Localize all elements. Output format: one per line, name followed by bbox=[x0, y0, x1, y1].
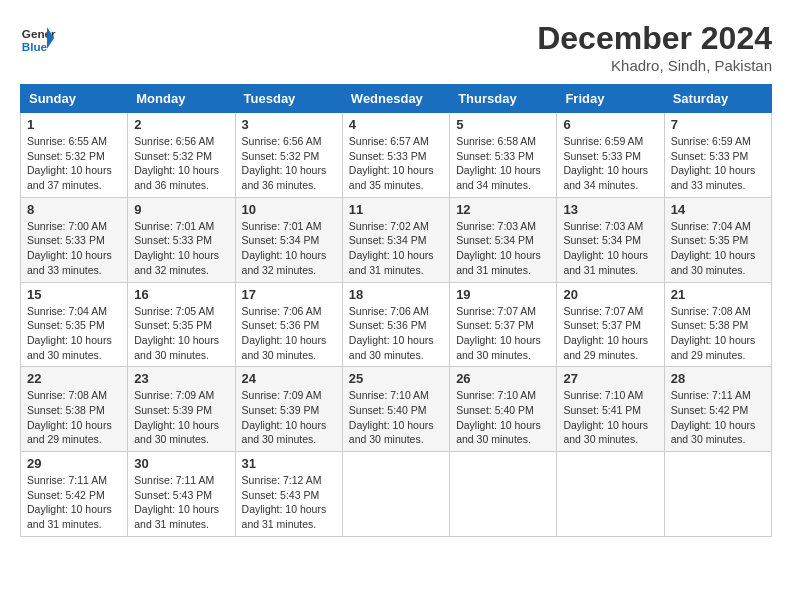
title-block: December 2024 Khadro, Sindh, Pakistan bbox=[537, 20, 772, 74]
day-info: Sunrise: 6:59 AM Sunset: 5:33 PM Dayligh… bbox=[563, 134, 657, 193]
header-tuesday: Tuesday bbox=[235, 85, 342, 113]
calendar-cell bbox=[664, 452, 771, 537]
calendar-cell: 30 Sunrise: 7:11 AM Sunset: 5:43 PM Dayl… bbox=[128, 452, 235, 537]
header-sunday: Sunday bbox=[21, 85, 128, 113]
calendar-cell: 21 Sunrise: 7:08 AM Sunset: 5:38 PM Dayl… bbox=[664, 282, 771, 367]
day-info: Sunrise: 7:04 AM Sunset: 5:35 PM Dayligh… bbox=[27, 304, 121, 363]
day-number: 8 bbox=[27, 202, 121, 217]
location: Khadro, Sindh, Pakistan bbox=[537, 57, 772, 74]
day-number: 3 bbox=[242, 117, 336, 132]
day-info: Sunrise: 7:00 AM Sunset: 5:33 PM Dayligh… bbox=[27, 219, 121, 278]
week-row-2: 8 Sunrise: 7:00 AM Sunset: 5:33 PM Dayli… bbox=[21, 197, 772, 282]
day-number: 15 bbox=[27, 287, 121, 302]
day-number: 13 bbox=[563, 202, 657, 217]
day-number: 14 bbox=[671, 202, 765, 217]
day-info: Sunrise: 7:04 AM Sunset: 5:35 PM Dayligh… bbox=[671, 219, 765, 278]
calendar-cell: 11 Sunrise: 7:02 AM Sunset: 5:34 PM Dayl… bbox=[342, 197, 449, 282]
day-number: 26 bbox=[456, 371, 550, 386]
day-info: Sunrise: 7:10 AM Sunset: 5:40 PM Dayligh… bbox=[456, 388, 550, 447]
calendar-cell bbox=[342, 452, 449, 537]
week-row-3: 15 Sunrise: 7:04 AM Sunset: 5:35 PM Dayl… bbox=[21, 282, 772, 367]
day-number: 11 bbox=[349, 202, 443, 217]
logo-icon: General Blue bbox=[20, 20, 56, 56]
day-number: 9 bbox=[134, 202, 228, 217]
calendar-cell: 3 Sunrise: 6:56 AM Sunset: 5:32 PM Dayli… bbox=[235, 113, 342, 198]
day-info: Sunrise: 7:05 AM Sunset: 5:35 PM Dayligh… bbox=[134, 304, 228, 363]
day-info: Sunrise: 6:57 AM Sunset: 5:33 PM Dayligh… bbox=[349, 134, 443, 193]
calendar-cell: 18 Sunrise: 7:06 AM Sunset: 5:36 PM Dayl… bbox=[342, 282, 449, 367]
weekday-header-row: Sunday Monday Tuesday Wednesday Thursday… bbox=[21, 85, 772, 113]
calendar-cell: 29 Sunrise: 7:11 AM Sunset: 5:42 PM Dayl… bbox=[21, 452, 128, 537]
day-number: 24 bbox=[242, 371, 336, 386]
header-monday: Monday bbox=[128, 85, 235, 113]
week-row-5: 29 Sunrise: 7:11 AM Sunset: 5:42 PM Dayl… bbox=[21, 452, 772, 537]
calendar-cell: 31 Sunrise: 7:12 AM Sunset: 5:43 PM Dayl… bbox=[235, 452, 342, 537]
day-number: 19 bbox=[456, 287, 550, 302]
day-info: Sunrise: 6:58 AM Sunset: 5:33 PM Dayligh… bbox=[456, 134, 550, 193]
day-info: Sunrise: 7:02 AM Sunset: 5:34 PM Dayligh… bbox=[349, 219, 443, 278]
day-info: Sunrise: 7:06 AM Sunset: 5:36 PM Dayligh… bbox=[242, 304, 336, 363]
day-number: 23 bbox=[134, 371, 228, 386]
day-number: 27 bbox=[563, 371, 657, 386]
calendar-cell: 22 Sunrise: 7:08 AM Sunset: 5:38 PM Dayl… bbox=[21, 367, 128, 452]
calendar-cell bbox=[450, 452, 557, 537]
day-info: Sunrise: 7:08 AM Sunset: 5:38 PM Dayligh… bbox=[671, 304, 765, 363]
calendar-cell: 13 Sunrise: 7:03 AM Sunset: 5:34 PM Dayl… bbox=[557, 197, 664, 282]
calendar-cell bbox=[557, 452, 664, 537]
day-info: Sunrise: 7:12 AM Sunset: 5:43 PM Dayligh… bbox=[242, 473, 336, 532]
calendar-cell: 17 Sunrise: 7:06 AM Sunset: 5:36 PM Dayl… bbox=[235, 282, 342, 367]
day-info: Sunrise: 7:09 AM Sunset: 5:39 PM Dayligh… bbox=[134, 388, 228, 447]
calendar-cell: 23 Sunrise: 7:09 AM Sunset: 5:39 PM Dayl… bbox=[128, 367, 235, 452]
calendar-cell: 6 Sunrise: 6:59 AM Sunset: 5:33 PM Dayli… bbox=[557, 113, 664, 198]
day-number: 4 bbox=[349, 117, 443, 132]
day-info: Sunrise: 7:09 AM Sunset: 5:39 PM Dayligh… bbox=[242, 388, 336, 447]
day-info: Sunrise: 7:07 AM Sunset: 5:37 PM Dayligh… bbox=[563, 304, 657, 363]
day-number: 29 bbox=[27, 456, 121, 471]
calendar-cell: 20 Sunrise: 7:07 AM Sunset: 5:37 PM Dayl… bbox=[557, 282, 664, 367]
calendar-cell: 28 Sunrise: 7:11 AM Sunset: 5:42 PM Dayl… bbox=[664, 367, 771, 452]
day-number: 2 bbox=[134, 117, 228, 132]
day-number: 6 bbox=[563, 117, 657, 132]
logo: General Blue bbox=[20, 20, 56, 56]
calendar-cell: 16 Sunrise: 7:05 AM Sunset: 5:35 PM Dayl… bbox=[128, 282, 235, 367]
page-header: General Blue December 2024 Khadro, Sindh… bbox=[20, 20, 772, 74]
header-saturday: Saturday bbox=[664, 85, 771, 113]
day-info: Sunrise: 7:01 AM Sunset: 5:34 PM Dayligh… bbox=[242, 219, 336, 278]
day-info: Sunrise: 6:56 AM Sunset: 5:32 PM Dayligh… bbox=[134, 134, 228, 193]
day-info: Sunrise: 7:10 AM Sunset: 5:41 PM Dayligh… bbox=[563, 388, 657, 447]
calendar-cell: 27 Sunrise: 7:10 AM Sunset: 5:41 PM Dayl… bbox=[557, 367, 664, 452]
day-number: 17 bbox=[242, 287, 336, 302]
day-info: Sunrise: 7:07 AM Sunset: 5:37 PM Dayligh… bbox=[456, 304, 550, 363]
header-wednesday: Wednesday bbox=[342, 85, 449, 113]
calendar-cell: 8 Sunrise: 7:00 AM Sunset: 5:33 PM Dayli… bbox=[21, 197, 128, 282]
day-info: Sunrise: 7:11 AM Sunset: 5:42 PM Dayligh… bbox=[671, 388, 765, 447]
day-number: 20 bbox=[563, 287, 657, 302]
day-info: Sunrise: 6:59 AM Sunset: 5:33 PM Dayligh… bbox=[671, 134, 765, 193]
day-number: 31 bbox=[242, 456, 336, 471]
calendar-cell: 2 Sunrise: 6:56 AM Sunset: 5:32 PM Dayli… bbox=[128, 113, 235, 198]
day-info: Sunrise: 7:06 AM Sunset: 5:36 PM Dayligh… bbox=[349, 304, 443, 363]
day-info: Sunrise: 7:08 AM Sunset: 5:38 PM Dayligh… bbox=[27, 388, 121, 447]
calendar-cell: 26 Sunrise: 7:10 AM Sunset: 5:40 PM Dayl… bbox=[450, 367, 557, 452]
calendar-cell: 1 Sunrise: 6:55 AM Sunset: 5:32 PM Dayli… bbox=[21, 113, 128, 198]
month-title: December 2024 bbox=[537, 20, 772, 57]
svg-text:Blue: Blue bbox=[22, 40, 48, 53]
calendar-table: Sunday Monday Tuesday Wednesday Thursday… bbox=[20, 84, 772, 537]
day-number: 21 bbox=[671, 287, 765, 302]
day-number: 28 bbox=[671, 371, 765, 386]
day-number: 25 bbox=[349, 371, 443, 386]
day-number: 30 bbox=[134, 456, 228, 471]
day-number: 5 bbox=[456, 117, 550, 132]
day-info: Sunrise: 7:10 AM Sunset: 5:40 PM Dayligh… bbox=[349, 388, 443, 447]
day-info: Sunrise: 7:03 AM Sunset: 5:34 PM Dayligh… bbox=[563, 219, 657, 278]
calendar-cell: 14 Sunrise: 7:04 AM Sunset: 5:35 PM Dayl… bbox=[664, 197, 771, 282]
day-info: Sunrise: 6:56 AM Sunset: 5:32 PM Dayligh… bbox=[242, 134, 336, 193]
calendar-cell: 10 Sunrise: 7:01 AM Sunset: 5:34 PM Dayl… bbox=[235, 197, 342, 282]
calendar-cell: 15 Sunrise: 7:04 AM Sunset: 5:35 PM Dayl… bbox=[21, 282, 128, 367]
calendar-cell: 24 Sunrise: 7:09 AM Sunset: 5:39 PM Dayl… bbox=[235, 367, 342, 452]
day-number: 1 bbox=[27, 117, 121, 132]
calendar-cell: 12 Sunrise: 7:03 AM Sunset: 5:34 PM Dayl… bbox=[450, 197, 557, 282]
day-info: Sunrise: 7:11 AM Sunset: 5:42 PM Dayligh… bbox=[27, 473, 121, 532]
week-row-4: 22 Sunrise: 7:08 AM Sunset: 5:38 PM Dayl… bbox=[21, 367, 772, 452]
calendar-cell: 19 Sunrise: 7:07 AM Sunset: 5:37 PM Dayl… bbox=[450, 282, 557, 367]
